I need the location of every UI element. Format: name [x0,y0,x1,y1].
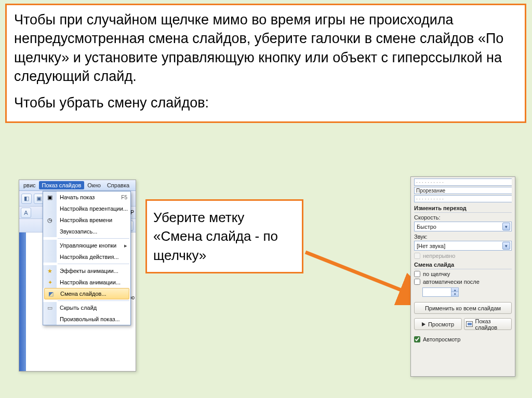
menubar-item-active[interactable]: Показ слайдов [39,181,85,189]
screenshot-taskpane: · · · · · · · · · · Прорезание · · · · ·… [410,176,515,377]
spinner-down-icon[interactable]: ▾ [451,292,458,296]
loop-checkbox-row[interactable]: непрерывно [414,253,512,259]
on-click-label: по щелчку [423,271,450,277]
submenu-arrow-icon: ▸ [124,242,127,249]
menu-item-start-show[interactable]: ▣ Начать показ F5 [43,191,130,203]
transition-pane: · · · · · · · · · · Прорезание · · · · ·… [411,177,515,347]
sound-combo[interactable]: [Нет звука] ▾ [414,241,512,251]
hide-icon: ▭ [43,302,57,313]
menubar-item[interactable]: Справка [104,181,132,189]
menubar-item[interactable]: рвис [20,181,39,189]
auto-after-label: автоматически после [423,279,480,285]
autopreview-checkbox-row[interactable]: Автопросмотр [414,336,512,342]
on-click-checkbox-row[interactable]: по щелчку [414,271,512,277]
menubar: рвис Показ слайдов Окно Справка [19,180,136,191]
instruction-box-mid: Уберите метку «Смена слайда - по щелчку» [145,199,303,273]
autopreview-label: Автопросмотр [423,336,460,342]
blank-icon [43,251,57,263]
blank-icon [43,203,57,214]
on-click-checkbox[interactable] [414,271,420,277]
blank-icon [43,313,57,325]
toolbar-button[interactable]: A [21,208,31,218]
presentation-icon: ▣ [43,191,57,203]
speed-label: Скорость: [414,214,512,221]
menu-item-setup[interactable]: Настройка презентации... [43,203,130,214]
chevron-down-icon: ▾ [502,223,510,230]
chevron-down-icon: ▾ [502,242,510,250]
apply-all-button[interactable]: Применить ко всем слайдам [414,302,512,314]
play-button[interactable]: Просмотр [414,318,462,330]
svg-line-1 [305,252,410,294]
auto-after-spinner[interactable]: ▴ ▾ [422,287,459,297]
menu-item-hide-slide[interactable]: ▭ Скрыть слайд [43,302,130,313]
menubar-item[interactable]: Окно [84,181,104,189]
loop-label: непрерывно [423,253,455,259]
side-ruler [19,232,26,371]
transition-list-item[interactable]: Прорезание [414,187,512,194]
instruction-mid-text: Уберите метку «Смена слайда - по щелчку» [153,208,296,265]
menu-item-action-buttons[interactable]: Управляющие кнопки ▸ [43,240,130,251]
transition-icon: ◩ [45,289,57,299]
star-icon: ★ [43,265,57,277]
menu-item-record[interactable]: Звукозапись... [43,226,130,237]
menu-item-rehearse[interactable]: ◷ Настройка времени [43,214,130,226]
screenshot-menu: рвис Показ слайдов Окно Справка ◧ ▣ A ел… [19,180,136,372]
transition-list-item[interactable]: · · · · · · · · · · [414,195,512,202]
toolbar-button[interactable]: ◧ [21,194,32,204]
menu-item-slide-transition[interactable]: ◩ Смена слайдов... [44,288,129,299]
menu-separator [58,238,129,239]
menu-item-anim-schemes[interactable]: ★ Эффекты анимации... [43,265,130,277]
speed-combo[interactable]: Быстро ▾ [414,222,512,231]
section-modify-transition: Изменить переход [414,205,512,213]
speed-value: Быстро [417,224,436,230]
menu-item-custom-show[interactable]: Произвольный показ... [43,313,130,325]
slideshow-menu: ▣ Начать показ F5 Настройка презентации.… [43,191,131,325]
sound-value: [Нет звука] [417,243,445,249]
menu-item-action-settings[interactable]: Настройка действия... [43,251,130,263]
section-advance-slide: Смена слайда [414,262,512,269]
menu-separator [58,264,129,264]
anim-icon: ✦ [43,277,57,288]
blank-icon [43,240,57,251]
arrow-icon [301,248,426,305]
sound-label: Звук: [414,234,512,240]
play-icon [422,322,425,326]
slideshow-button[interactable]: Показ слайдов [464,318,512,330]
instruction-box-top: Чтобы при случайном щелчке мимо во время… [5,4,526,123]
auto-after-checkbox-row[interactable]: автоматически после [414,279,512,285]
menu-item-custom-anim[interactable]: ✦ Настройка анимации... [43,277,130,288]
menu-separator [58,300,129,301]
projector-icon [466,321,473,327]
instruction-para-1: Чтобы при случайном щелчке мимо во время… [14,10,517,86]
autopreview-checkbox[interactable] [414,336,420,342]
auto-after-checkbox[interactable] [414,279,420,285]
transition-list-item[interactable]: · · · · · · · · · · [414,179,512,186]
mic-icon [43,226,57,237]
clock-icon: ◷ [43,214,57,226]
spinner-up-icon[interactable]: ▴ [451,288,458,292]
instruction-para-2: Чтобы убрать смену слайдов: [14,93,517,112]
loop-checkbox [414,253,420,259]
